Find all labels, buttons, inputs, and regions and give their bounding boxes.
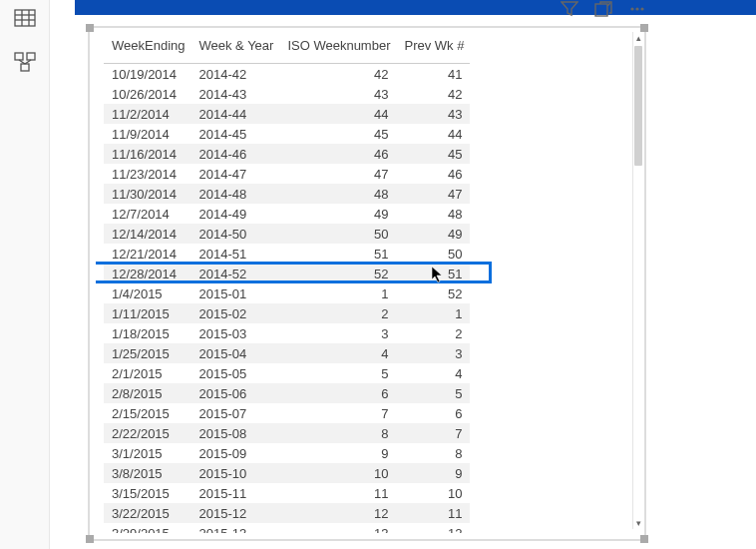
table-row[interactable]: 12/14/20142014-505049 bbox=[104, 224, 470, 244]
table-row[interactable]: 3/1/20152015-0998 bbox=[104, 443, 470, 463]
header-bar bbox=[75, 0, 756, 15]
table-row[interactable]: 11/23/20142014-474746 bbox=[104, 164, 470, 184]
table-cell: 2015-06 bbox=[190, 383, 279, 403]
table-cell: 2015-13 bbox=[190, 523, 279, 533]
resize-handle[interactable] bbox=[640, 24, 648, 32]
table-row[interactable]: 2/1/20152015-0554 bbox=[104, 363, 470, 383]
table-row[interactable]: 1/25/20152015-0443 bbox=[104, 343, 470, 363]
table-cell: 2/1/2015 bbox=[104, 363, 190, 383]
table-cell: 3/8/2015 bbox=[104, 463, 190, 483]
table-cell: 52 bbox=[279, 264, 396, 283]
scroll-thumb[interactable] bbox=[634, 46, 642, 166]
table-area: WeekEnding Week & Year ISO Weeknumber Pr… bbox=[96, 30, 638, 533]
table-cell: 2015-11 bbox=[190, 483, 279, 503]
table-row[interactable]: 12/28/20142014-525251 bbox=[104, 264, 470, 283]
more-options-icon[interactable] bbox=[626, 0, 648, 20]
table-cell: 4 bbox=[279, 343, 396, 363]
table-cell: 3/15/2015 bbox=[104, 483, 190, 503]
table-row[interactable]: 3/15/20152015-111110 bbox=[104, 483, 470, 503]
visual-toolbar bbox=[559, 0, 648, 20]
table-row[interactable]: 11/16/20142014-464645 bbox=[104, 144, 470, 164]
table-cell: 12/7/2014 bbox=[104, 204, 190, 224]
table-cell: 11/30/2014 bbox=[104, 184, 190, 204]
table-cell: 9 bbox=[397, 463, 471, 483]
focus-mode-icon[interactable] bbox=[592, 0, 614, 20]
data-table[interactable]: WeekEnding Week & Year ISO Weeknumber Pr… bbox=[104, 30, 470, 533]
table-cell: 9 bbox=[279, 443, 396, 463]
table-cell: 1/11/2015 bbox=[104, 303, 190, 323]
table-cell: 13 bbox=[279, 523, 396, 533]
table-row[interactable]: 11/2/20142014-444443 bbox=[104, 104, 470, 124]
table-cell: 50 bbox=[397, 244, 471, 264]
table-row[interactable]: 10/19/20142014-424241 bbox=[104, 64, 470, 85]
col-prev-wk[interactable]: Prev Wk # bbox=[397, 30, 471, 64]
table-cell: 1/4/2015 bbox=[104, 283, 190, 303]
table-row[interactable]: 12/21/20142014-515150 bbox=[104, 244, 470, 264]
table-cell: 10/19/2014 bbox=[104, 64, 190, 85]
table-cell: 11/23/2014 bbox=[104, 164, 190, 184]
table-row[interactable]: 2/15/20152015-0776 bbox=[104, 403, 470, 423]
table-visual[interactable]: WeekEnding Week & Year ISO Weeknumber Pr… bbox=[88, 26, 646, 541]
table-cell: 4 bbox=[397, 363, 471, 383]
table-cell: 49 bbox=[397, 224, 471, 244]
col-week-year[interactable]: Week & Year bbox=[190, 30, 279, 64]
table-row[interactable]: 1/4/20152015-01152 bbox=[104, 283, 470, 303]
table-row[interactable]: 3/8/20152015-10109 bbox=[104, 463, 470, 483]
svg-rect-6 bbox=[27, 53, 35, 60]
table-cell: 2/22/2015 bbox=[104, 423, 190, 443]
left-nav bbox=[0, 0, 50, 549]
table-cell: 43 bbox=[279, 84, 396, 104]
table-cell: 46 bbox=[397, 164, 471, 184]
table-cell: 2 bbox=[279, 303, 396, 323]
table-cell: 1 bbox=[279, 283, 396, 303]
table-cell: 7 bbox=[279, 403, 396, 423]
model-view-icon[interactable] bbox=[14, 52, 36, 72]
table-row[interactable]: 11/9/20142014-454544 bbox=[104, 124, 470, 144]
table-cell: 51 bbox=[397, 264, 471, 283]
vertical-scrollbar[interactable]: ▴ ▾ bbox=[632, 32, 642, 529]
svg-rect-7 bbox=[21, 64, 29, 71]
table-cell: 12/14/2014 bbox=[104, 224, 190, 244]
resize-handle[interactable] bbox=[86, 535, 94, 543]
scroll-up-icon[interactable]: ▴ bbox=[633, 32, 643, 44]
col-weekending[interactable]: WeekEnding bbox=[104, 30, 190, 64]
table-cell: 2015-04 bbox=[190, 343, 279, 363]
table-cell: 2014-46 bbox=[190, 144, 279, 164]
table-cell: 42 bbox=[279, 64, 396, 85]
svg-point-11 bbox=[630, 7, 633, 10]
table-row[interactable]: 3/29/20152015-131312 bbox=[104, 523, 470, 533]
table-row[interactable]: 10/26/20142014-434342 bbox=[104, 84, 470, 104]
svg-rect-10 bbox=[595, 4, 607, 16]
table-row[interactable]: 11/30/20142014-484847 bbox=[104, 184, 470, 204]
table-cell: 47 bbox=[397, 184, 471, 204]
table-cell: 12/21/2014 bbox=[104, 244, 190, 264]
table-cell: 2014-49 bbox=[190, 204, 279, 224]
table-cell: 2014-48 bbox=[190, 184, 279, 204]
table-row[interactable]: 3/22/20152015-121211 bbox=[104, 503, 470, 523]
scroll-down-icon[interactable]: ▾ bbox=[633, 517, 643, 529]
table-row[interactable]: 1/11/20152015-0221 bbox=[104, 303, 470, 323]
table-cell: 2/8/2015 bbox=[104, 383, 190, 403]
table-row[interactable]: 12/7/20142014-494948 bbox=[104, 204, 470, 224]
table-cell: 48 bbox=[397, 204, 471, 224]
table-row[interactable]: 2/8/20152015-0665 bbox=[104, 383, 470, 403]
resize-handle[interactable] bbox=[86, 24, 94, 32]
table-cell: 47 bbox=[279, 164, 396, 184]
table-cell: 2015-12 bbox=[190, 503, 279, 523]
table-cell: 3/22/2015 bbox=[104, 503, 190, 523]
table-cell: 2015-05 bbox=[190, 363, 279, 383]
filter-icon[interactable] bbox=[559, 0, 580, 20]
table-cell: 2015-07 bbox=[190, 403, 279, 423]
table-cell: 3 bbox=[397, 343, 471, 363]
table-row[interactable]: 2/22/20152015-0887 bbox=[104, 423, 470, 443]
table-cell: 2015-09 bbox=[190, 443, 279, 463]
table-cell: 2014-50 bbox=[190, 224, 279, 244]
col-iso-weeknumber[interactable]: ISO Weeknumber bbox=[279, 30, 396, 64]
resize-handle[interactable] bbox=[640, 535, 648, 543]
table-cell: 3 bbox=[279, 323, 396, 343]
table-row[interactable]: 1/18/20152015-0332 bbox=[104, 323, 470, 343]
data-view-icon[interactable] bbox=[14, 8, 36, 28]
table-cell: 44 bbox=[279, 104, 396, 124]
table-cell: 11/16/2014 bbox=[104, 144, 190, 164]
table-cell: 5 bbox=[279, 363, 396, 383]
